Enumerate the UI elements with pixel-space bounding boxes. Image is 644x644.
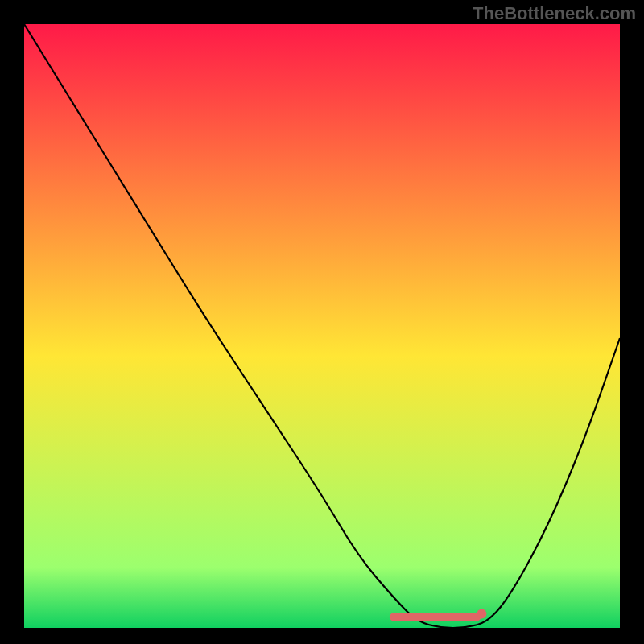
chart-frame: TheBottleneck.com [0,0,644,644]
chart-svg [24,24,620,628]
plot-area [24,24,620,628]
optimal-range-end-dot [477,609,486,619]
watermark: TheBottleneck.com [473,3,636,24]
gradient-background [24,24,620,628]
